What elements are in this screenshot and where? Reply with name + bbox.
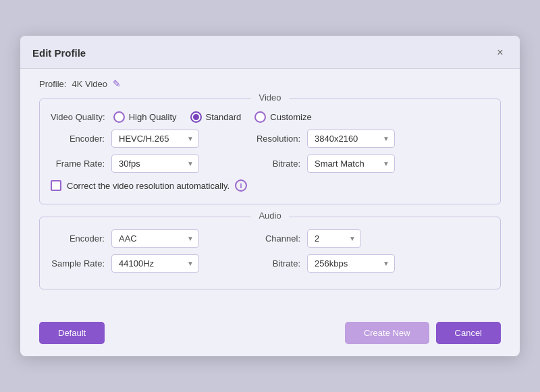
framerate-label: Frame Rate: — [51, 159, 105, 169]
video-quality-radio-group: High Quality Standard Customize — [113, 111, 489, 123]
audio-bitrate-select-wrapper: 256kbps 128kbps 192kbps 320kbps ▼ — [307, 254, 395, 273]
channel-group: Channel: 2 1 6 ▼ — [246, 229, 361, 248]
edit-profile-dialog: Edit Profile × Profile: 4K Video ✎ Video… — [20, 36, 520, 356]
resolution-select[interactable]: 3840x2160 1920x1080 1280x720 640x480 — [307, 130, 395, 148]
audio-bitrate-label: Bitrate: — [246, 258, 300, 269]
info-icon[interactable]: i — [235, 179, 247, 192]
audio-section-content: Encoder: AAC MP3 AC3 OGG ▼ Chann — [51, 229, 489, 273]
audio-bitrate-select[interactable]: 256kbps 128kbps 192kbps 320kbps — [307, 254, 395, 273]
audio-encoder-select[interactable]: AAC MP3 AC3 OGG — [111, 229, 199, 248]
video-quality-row: Video Quality: High Quality Standard — [51, 111, 489, 123]
encoder-resolution-row: Encoder: HEVC/H.265 H.264 MPEG-4 VP9 ▼ — [51, 130, 489, 148]
audio-section: Audio Encoder: AAC MP3 AC3 OGG — [39, 217, 501, 289]
video-bitrate-select-wrapper: Smart Match 8000kbps 16000kbps Custom ▼ — [307, 155, 395, 173]
profile-row: Profile: 4K Video ✎ — [39, 78, 501, 89]
samplerate-select[interactable]: 44100Hz 22050Hz 48000Hz — [111, 254, 199, 273]
video-bitrate-label: Bitrate: — [246, 159, 300, 169]
radio-high-quality-label: High Quality — [129, 112, 177, 122]
edit-profile-icon[interactable]: ✎ — [113, 78, 121, 89]
video-bitrate-group: Bitrate: Smart Match 8000kbps 16000kbps … — [246, 155, 395, 173]
video-quality-label: Video Quality: — [51, 112, 105, 122]
auto-resolution-row: Correct the video resolution automatical… — [51, 179, 489, 192]
video-section: Video Video Quality: High Quality Standa… — [39, 99, 501, 204]
audio-section-title: Audio — [250, 211, 289, 221]
framerate-bitrate-row: Frame Rate: 30fps 24fps 25fps 60fps ▼ — [51, 155, 489, 173]
radio-customize-circle — [254, 111, 266, 123]
channel-select-wrapper: 2 1 6 ▼ — [307, 229, 361, 248]
dialog-body: Profile: 4K Video ✎ Video Video Quality:… — [20, 69, 520, 315]
create-new-button[interactable]: Create New — [345, 322, 429, 344]
audio-encoder-label: Encoder: — [51, 233, 105, 244]
resolution-group: Resolution: 3840x2160 1920x1080 1280x720… — [246, 130, 395, 148]
samplerate-label: Sample Rate: — [51, 258, 105, 269]
close-button[interactable]: × — [493, 45, 508, 60]
profile-prefix: Profile: — [39, 79, 66, 89]
video-encoder-label: Encoder: — [51, 134, 105, 144]
title-bar: Edit Profile × — [20, 36, 520, 69]
audio-encoder-channel-row: Encoder: AAC MP3 AC3 OGG ▼ Chann — [51, 229, 489, 248]
radio-customize-label: Customize — [270, 112, 311, 122]
radio-high-quality-circle — [113, 111, 125, 123]
radio-high-quality[interactable]: High Quality — [113, 111, 177, 123]
profile-name: 4K Video — [72, 79, 107, 89]
encoder-group: Encoder: HEVC/H.265 H.264 MPEG-4 VP9 ▼ — [51, 130, 199, 148]
resolution-label: Resolution: — [246, 134, 300, 144]
framerate-select-wrapper: 30fps 24fps 25fps 60fps ▼ — [111, 155, 199, 173]
radio-customize[interactable]: Customize — [254, 111, 311, 123]
dialog-title: Edit Profile — [32, 47, 86, 59]
channel-select[interactable]: 2 1 6 — [307, 229, 361, 248]
cancel-button[interactable]: Cancel — [436, 322, 501, 344]
samplerate-bitrate-row: Sample Rate: 44100Hz 22050Hz 48000Hz ▼ B… — [51, 254, 489, 273]
video-section-content: Video Quality: High Quality Standard — [51, 111, 489, 192]
radio-standard[interactable]: Standard — [190, 111, 242, 123]
radio-standard-circle — [190, 111, 202, 123]
auto-resolution-label: Correct the video resolution automatical… — [67, 181, 230, 191]
channel-label: Channel: — [246, 233, 300, 244]
video-section-title: Video — [250, 92, 289, 103]
footer: Default Create New Cancel — [20, 315, 520, 356]
samplerate-group: Sample Rate: 44100Hz 22050Hz 48000Hz ▼ — [51, 254, 199, 273]
video-bitrate-select[interactable]: Smart Match 8000kbps 16000kbps Custom — [307, 155, 395, 173]
framerate-select[interactable]: 30fps 24fps 25fps 60fps — [111, 155, 199, 173]
audio-encoder-select-wrapper: AAC MP3 AC3 OGG ▼ — [111, 229, 199, 248]
footer-right: Create New Cancel — [345, 322, 501, 344]
default-button[interactable]: Default — [39, 322, 105, 344]
samplerate-select-wrapper: 44100Hz 22050Hz 48000Hz ▼ — [111, 254, 199, 273]
radio-standard-label: Standard — [206, 112, 242, 122]
framerate-group: Frame Rate: 30fps 24fps 25fps 60fps ▼ — [51, 155, 199, 173]
video-encoder-select-wrapper: HEVC/H.265 H.264 MPEG-4 VP9 ▼ — [111, 130, 199, 148]
auto-resolution-checkbox[interactable] — [51, 180, 61, 191]
video-encoder-select[interactable]: HEVC/H.265 H.264 MPEG-4 VP9 — [111, 130, 199, 148]
audio-encoder-group: Encoder: AAC MP3 AC3 OGG ▼ — [51, 229, 199, 248]
resolution-select-wrapper: 3840x2160 1920x1080 1280x720 640x480 ▼ — [307, 130, 395, 148]
audio-bitrate-group: Bitrate: 256kbps 128kbps 192kbps 320kbps… — [246, 254, 395, 273]
